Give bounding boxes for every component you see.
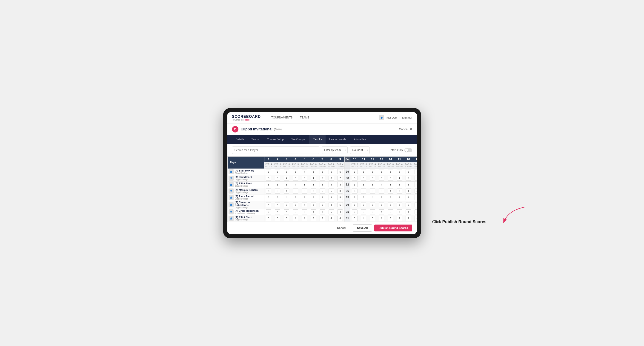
score-input-hole-16[interactable] xyxy=(406,169,411,174)
score-hole-4[interactable] xyxy=(291,169,300,175)
score-input-hole-7[interactable] xyxy=(320,182,325,187)
score-input-hole-16[interactable] xyxy=(406,182,411,187)
score-input-hole-6[interactable] xyxy=(310,176,316,181)
score-hole-10[interactable] xyxy=(350,209,359,215)
subnav-printables[interactable]: Printables xyxy=(350,135,370,144)
score-input-hole-15[interactable] xyxy=(396,216,402,221)
score-input-hole-2[interactable] xyxy=(275,176,280,181)
score-input-hole-15[interactable] xyxy=(396,182,402,187)
score-hole-6[interactable] xyxy=(309,201,318,209)
score-input-hole-5[interactable] xyxy=(302,195,307,200)
score-hole-16[interactable] xyxy=(404,209,413,215)
score-input-hole-2[interactable] xyxy=(275,182,280,187)
score-hole-14[interactable] xyxy=(386,169,395,175)
score-hole-3[interactable] xyxy=(282,201,291,209)
filter-by-team-select[interactable]: Filter by team xyxy=(322,147,348,154)
score-input-hole-14[interactable] xyxy=(388,195,393,200)
score-input-hole-7[interactable] xyxy=(320,188,325,193)
score-input-hole-16[interactable] xyxy=(406,188,411,193)
score-hole-1[interactable] xyxy=(264,201,273,209)
score-input-hole-12[interactable] xyxy=(370,176,375,181)
score-input-hole-8[interactable] xyxy=(328,169,334,174)
totals-toggle-switch[interactable] xyxy=(404,148,412,152)
score-hole-4[interactable] xyxy=(291,194,300,201)
score-hole-11[interactable] xyxy=(359,215,368,222)
score-hole-14[interactable] xyxy=(386,181,395,188)
score-input-hole-17[interactable] xyxy=(414,216,417,221)
score-input-hole-13[interactable] xyxy=(379,209,384,214)
score-input-hole-7[interactable] xyxy=(320,216,325,221)
score-input-hole-13[interactable] xyxy=(379,188,384,193)
score-input-hole-8[interactable] xyxy=(328,176,334,181)
score-input-hole-5[interactable] xyxy=(302,176,307,181)
score-hole-12[interactable] xyxy=(368,188,377,194)
score-input-hole-9[interactable] xyxy=(337,176,343,181)
score-input-hole-15[interactable] xyxy=(396,209,402,214)
score-input-hole-7[interactable] xyxy=(320,202,325,207)
score-hole-6[interactable] xyxy=(309,215,318,222)
score-input-hole-17[interactable] xyxy=(414,176,417,181)
score-input-hole-1[interactable] xyxy=(266,202,271,207)
score-input-hole-7[interactable] xyxy=(320,195,325,200)
score-input-hole-11[interactable] xyxy=(361,169,366,174)
score-hole-8[interactable] xyxy=(327,188,336,194)
score-input-hole-9[interactable] xyxy=(337,209,343,214)
score-hole-9[interactable] xyxy=(336,181,345,188)
round-select[interactable]: Round 3 Round 1 Round 2 xyxy=(350,147,370,154)
score-hole-17[interactable] xyxy=(413,175,416,181)
score-hole-11[interactable] xyxy=(359,209,368,215)
score-hole-11[interactable] xyxy=(359,181,368,188)
score-hole-8[interactable] xyxy=(327,169,336,175)
score-hole-15[interactable] xyxy=(395,188,404,194)
score-input-hole-14[interactable] xyxy=(388,188,393,193)
score-input-hole-4[interactable] xyxy=(293,169,298,174)
score-input-hole-10[interactable] xyxy=(352,195,358,200)
score-input-hole-10[interactable] xyxy=(352,216,358,221)
score-hole-8[interactable] xyxy=(327,201,336,209)
score-input-hole-4[interactable] xyxy=(293,202,298,207)
score-hole-1[interactable] xyxy=(264,181,273,188)
score-hole-5[interactable] xyxy=(300,215,309,222)
score-hole-12[interactable] xyxy=(368,169,377,175)
score-input-hole-15[interactable] xyxy=(396,169,402,174)
score-hole-15[interactable] xyxy=(395,181,404,188)
score-hole-4[interactable] xyxy=(291,188,300,194)
score-hole-1[interactable] xyxy=(264,169,273,175)
score-input-hole-3[interactable] xyxy=(284,195,289,200)
score-hole-3[interactable] xyxy=(282,181,291,188)
score-input-hole-3[interactable] xyxy=(284,209,289,214)
score-hole-7[interactable] xyxy=(318,215,327,222)
score-input-hole-7[interactable] xyxy=(320,209,325,214)
score-input-hole-4[interactable] xyxy=(293,216,298,221)
score-input-hole-11[interactable] xyxy=(361,176,366,181)
score-input-hole-11[interactable] xyxy=(361,182,366,187)
score-input-hole-17[interactable] xyxy=(414,202,417,207)
score-hole-10[interactable] xyxy=(350,194,359,201)
score-hole-14[interactable] xyxy=(386,175,395,181)
score-input-hole-1[interactable] xyxy=(266,182,271,187)
subnav-tee-groups[interactable]: Tee Groups xyxy=(288,135,309,144)
score-hole-13[interactable] xyxy=(377,209,386,215)
publish-round-scores-button[interactable]: Publish Round Scores xyxy=(374,224,412,231)
score-hole-17[interactable] xyxy=(413,194,416,201)
subnav-course-setup[interactable]: Course Setup xyxy=(263,135,288,144)
score-hole-17[interactable] xyxy=(413,181,416,188)
score-hole-2[interactable] xyxy=(273,181,282,188)
score-input-hole-17[interactable] xyxy=(414,209,417,214)
score-hole-7[interactable] xyxy=(318,169,327,175)
score-input-hole-2[interactable] xyxy=(275,216,280,221)
score-hole-2[interactable] xyxy=(273,194,282,201)
score-hole-5[interactable] xyxy=(300,188,309,194)
score-hole-16[interactable] xyxy=(404,181,413,188)
score-hole-17[interactable] xyxy=(413,188,416,194)
score-hole-11[interactable] xyxy=(359,188,368,194)
score-input-hole-14[interactable] xyxy=(388,209,393,214)
score-hole-14[interactable] xyxy=(386,215,395,222)
score-hole-10[interactable] xyxy=(350,181,359,188)
score-hole-5[interactable] xyxy=(300,194,309,201)
score-hole-10[interactable] xyxy=(350,201,359,209)
score-input-hole-13[interactable] xyxy=(379,216,384,221)
score-input-hole-10[interactable] xyxy=(352,202,358,207)
score-hole-17[interactable] xyxy=(413,215,416,222)
score-input-hole-4[interactable] xyxy=(293,176,298,181)
